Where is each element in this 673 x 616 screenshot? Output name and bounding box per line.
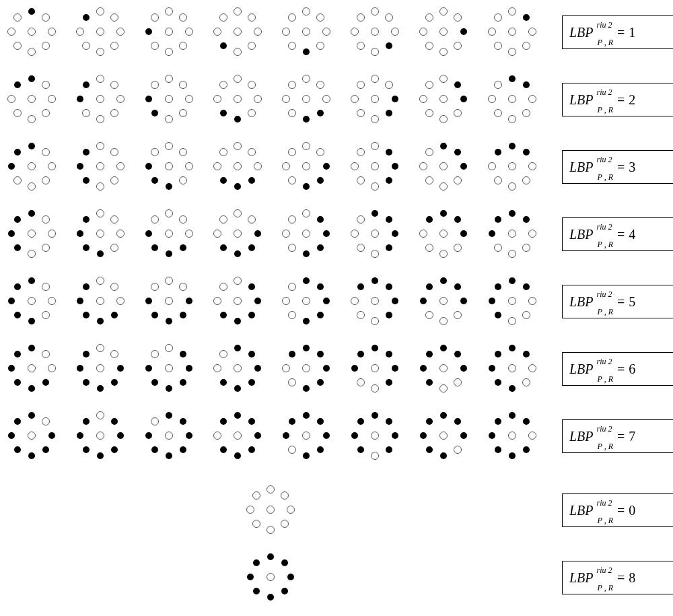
- open-dot: [248, 148, 256, 156]
- filled-dot: [14, 379, 21, 386]
- filled-dot: [8, 365, 15, 372]
- open-dot: [219, 81, 227, 89]
- open-dot: [508, 182, 516, 191]
- filled-dot: [523, 14, 530, 21]
- filled-dot: [303, 116, 310, 123]
- filled-dot: [220, 312, 227, 318]
- open-dot: [165, 142, 173, 150]
- open-dot: [454, 446, 462, 454]
- lbp-pattern: [3, 3, 60, 60]
- filled-dot: [77, 365, 83, 372]
- lbp-pattern: [278, 340, 334, 397]
- open-dot: [110, 176, 118, 184]
- lbp-value-label: LBPriu 2P , R=2: [562, 83, 673, 116]
- open-dot: [267, 485, 275, 493]
- open-dot: [151, 350, 159, 358]
- filled-dot: [151, 312, 158, 318]
- filled-dot: [392, 432, 398, 439]
- open-dot: [110, 42, 118, 50]
- open-dot: [254, 162, 262, 170]
- open-dot: [357, 215, 365, 224]
- filled-dot: [281, 559, 288, 566]
- open-dot: [494, 244, 502, 252]
- open-dot: [357, 42, 365, 50]
- open-dot: [371, 115, 379, 123]
- filled-dot: [145, 163, 152, 170]
- filled-dot: [495, 149, 501, 156]
- open-dot: [522, 176, 530, 184]
- open-dot: [508, 250, 516, 258]
- filled-dot: [351, 365, 358, 372]
- filled-dot: [248, 379, 255, 386]
- filled-dot: [281, 588, 288, 594]
- open-dot: [42, 109, 50, 117]
- open-dot: [151, 81, 159, 89]
- center-dot: [439, 230, 448, 238]
- label-subscript: P , R: [598, 584, 613, 591]
- open-dot: [528, 297, 536, 305]
- filled-dot: [42, 446, 49, 453]
- filled-dot: [489, 432, 495, 439]
- center-dot: [508, 28, 516, 36]
- filled-dot: [317, 446, 324, 453]
- filled-dot: [254, 432, 261, 439]
- filled-dot: [180, 446, 186, 453]
- filled-dot: [234, 116, 241, 123]
- open-dot: [522, 42, 530, 50]
- label-prefix: LBP: [569, 25, 594, 40]
- open-dot: [48, 364, 56, 372]
- filled-dot: [509, 277, 516, 284]
- lbp-pattern: [242, 549, 299, 605]
- center-dot: [96, 432, 104, 440]
- filled-dot: [8, 298, 15, 304]
- open-dot: [522, 311, 530, 319]
- open-dot: [425, 81, 433, 89]
- filled-dot: [392, 298, 398, 304]
- lbp-pattern: [347, 340, 403, 397]
- lbp-pattern: [347, 407, 403, 464]
- filled-dot: [254, 365, 261, 372]
- open-dot: [281, 491, 289, 500]
- filled-dot: [357, 418, 364, 425]
- label-superscript: riu 2: [597, 224, 613, 230]
- open-dot: [454, 311, 462, 319]
- filled-dot: [220, 446, 227, 453]
- filled-dot: [8, 432, 15, 439]
- center-dot: [302, 28, 310, 36]
- open-dot: [439, 384, 448, 392]
- open-dot: [213, 297, 221, 305]
- filled-dot: [454, 283, 461, 290]
- filled-dot: [220, 244, 227, 251]
- open-dot: [357, 13, 365, 22]
- open-dot: [42, 244, 50, 252]
- open-dot: [165, 209, 173, 217]
- open-dot: [185, 230, 193, 238]
- open-dot: [13, 109, 22, 117]
- open-dot: [439, 182, 448, 191]
- label-superscript: riu 2: [597, 425, 613, 432]
- open-dot: [116, 230, 125, 238]
- open-dot: [13, 176, 22, 184]
- open-dot: [185, 95, 193, 103]
- equals-sign: =: [617, 429, 625, 444]
- lbp-pattern: [278, 407, 334, 464]
- filled-dot: [234, 183, 241, 190]
- lbp-pattern: [415, 340, 472, 397]
- open-dot: [439, 317, 448, 325]
- equals-sign: =: [617, 25, 625, 40]
- label-value: 6: [629, 362, 635, 377]
- open-dot: [96, 209, 104, 217]
- open-dot: [96, 7, 104, 15]
- open-dot: [48, 28, 56, 36]
- open-dot: [110, 148, 118, 156]
- filled-dot: [117, 365, 124, 372]
- equals-sign: =: [617, 160, 625, 175]
- center-dot: [302, 297, 310, 305]
- lbp-pattern: [484, 407, 540, 464]
- filled-dot: [386, 283, 392, 290]
- filled-dot: [234, 250, 241, 257]
- open-dot: [110, 350, 118, 358]
- open-dot: [248, 42, 256, 50]
- open-dot: [151, 42, 159, 50]
- open-dot: [179, 148, 187, 156]
